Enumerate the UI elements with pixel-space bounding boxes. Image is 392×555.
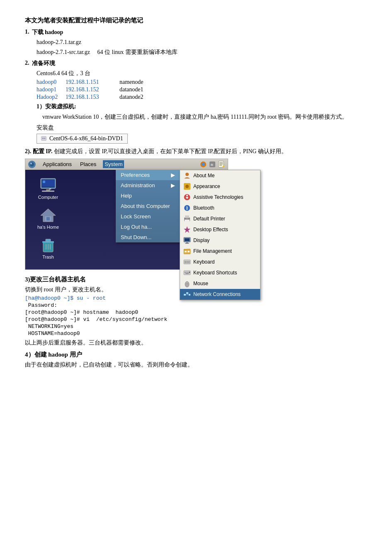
install-disc-box: DVD CentOS-6.4-x86_64-bin-DVD1 [37,134,128,144]
desktop-icon-home[interactable]: ha's Home [34,208,63,230]
node-ip-0: 192.168.1.151 [66,79,119,86]
computer-label: Computer [38,195,58,200]
home-label: ha's Home [37,225,59,230]
disc-label: CentOS-6.4-x86_64-bin-DVD1 [49,135,123,142]
node-row-2: Hadoop2 192.168.1.153 datanode2 [37,94,367,100]
code-line-6: HOSTNAME=hadoop0 [25,330,367,337]
disc-icon: DVD [41,136,47,142]
hadoop-file-1: hadoop-2.7.1.tar.gz [37,38,367,47]
node-row-0: hadoop0 192.168.1.151 namenode [37,79,367,86]
svg-rect-63 [185,273,189,274]
page-container: 本文为笔者安装配置过程中详细记录的笔记 1. 下载 hadoop hadoop-… [25,17,367,370]
code-line-3: [root@hadoop0 ~]# hostname hadoop0 [25,309,367,315]
gnome-menubar: Applications Places System ≋ [25,159,228,170]
svg-rect-60 [185,272,186,273]
screenshot: Applications Places System ≋ [25,159,228,270]
node-name-0: hadoop0 [37,79,66,86]
section-1-num: 1. [25,29,29,36]
svg-rect-62 [188,272,190,273]
gnome-logo [28,160,36,169]
desktop-icon-trash[interactable]: Trash [34,238,63,259]
svg-point-5 [30,163,32,164]
desktop-icon-computer[interactable]: ▬ Computer [34,178,63,200]
node-name-2: Hadoop2 [37,94,66,100]
computer-icon: ▬ [40,178,56,193]
section-3-note: 以上两步后重启服务器。三台机器都需要修改。 [25,338,367,347]
menu-places[interactable]: Places [78,160,98,168]
svg-text:≋: ≋ [210,163,214,167]
trash-icon [40,238,56,253]
code-line-2: Password: [25,302,367,308]
svg-rect-24 [46,217,50,220]
install-disc-label: 安装盘 [37,123,367,132]
firefox-icon [200,161,207,168]
section-4: 4）创建 hadoop 用户 [25,351,367,359]
svg-rect-59 [184,271,190,275]
node-role-1: datanode1 [119,86,144,93]
network-icon: ≋ [209,161,216,168]
svg-text:DVD: DVD [42,138,46,139]
node-row-1: hadoop1 192.168.1.152 datanode1 [37,86,367,93]
svg-rect-20 [46,189,50,191]
node-ip-1: 192.168.1.152 [66,86,119,93]
svg-rect-18 [43,181,45,183]
section-4-text: 由于在创建虚拟机时，已自动创建，可以省略。否则用命令创建。 [25,360,367,369]
svg-rect-21 [42,191,54,192]
home-icon [40,208,56,223]
menu-icons: ≋ [200,161,225,168]
code-line-4: [root@hadoop0 ~]# vi /etc/sysconfig/netw… [25,316,367,323]
hadoop-file-2: hadoop-2.7.1-src.tar.gz 64 位 linux 需要重新编… [37,48,367,57]
trash-label: Trash [42,254,54,259]
menu-system[interactable]: System [103,160,124,168]
text-editor-icon [218,161,225,168]
svg-point-7 [202,163,205,166]
section-3-intro: 切换到 root 用户，更改主机名。 [25,285,367,294]
page-title: 本文为笔者安装配置过程中详细记录的笔记 [25,17,367,24]
node-role-2: datanode2 [119,94,144,100]
svg-point-4 [30,162,34,166]
node-table: hadoop0 192.168.1.151 namenode hadoop1 1… [37,79,367,100]
node-name-1: hadoop1 [37,86,66,93]
code-line-1: [ha@hadoop0 ~]$ su - root [25,295,367,301]
section-2-label: 准备环境 [32,60,55,67]
config-ip-text: 2). 配置 IP. 创建完成后，设置 IP,可以直接进入桌面，在如下菜单下配置… [25,148,367,155]
code-line-5: NETWORKING=yes [25,323,367,330]
node-role-0: namenode [119,79,144,86]
section-2-num: 2. [25,60,29,67]
node-ip-2: 192.168.1.153 [66,94,119,100]
sub-section-1-title: 1）安装虚拟机: [37,103,367,110]
section-1: 1. 下载 hadoop [25,29,367,36]
section-3-title: 3)更改三台机器主机名 [25,276,367,284]
svg-rect-61 [187,272,188,273]
svg-rect-27 [46,239,51,242]
vmware-desc: vmware WorkStation 10，创建三台虚拟机，创建时，直接建立用户… [37,112,367,122]
section-4-title: 4）创建 hadoop 用户 [25,351,82,359]
desktop-area: ▬ Computer ha's Home [25,170,228,269]
shortcuts-label: Keyboard Shortcuts [193,270,237,276]
section-1-label: 下载 hadoop [32,29,63,36]
centos-desc: Centos6.4 64 位，3 台 [37,69,367,78]
menu-applications[interactable]: Applications [41,160,73,168]
section-2: 2. 准备环境 [25,60,367,67]
